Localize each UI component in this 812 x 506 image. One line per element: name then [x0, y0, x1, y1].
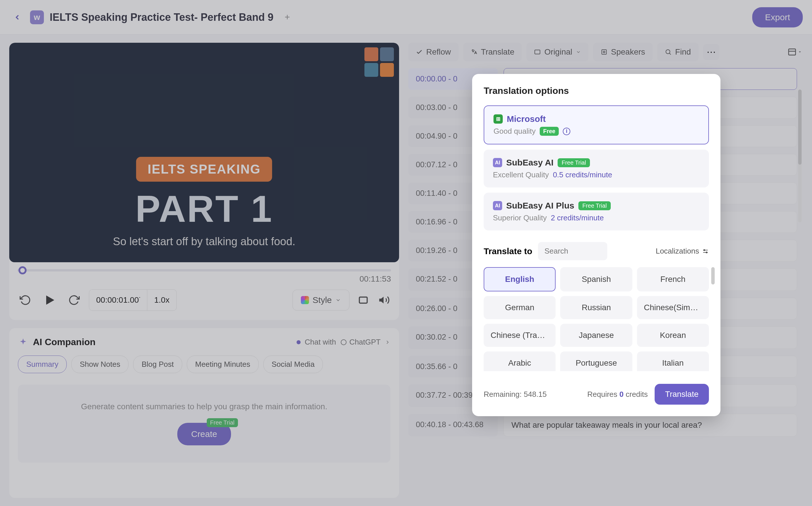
svg-point-14 — [704, 250, 705, 251]
svg-point-15 — [706, 252, 707, 253]
ai-companion-panel: AI Companion Chat with ChatGPT Summary S… — [9, 328, 399, 498]
speakers-button[interactable]: Speakers — [593, 43, 653, 61]
option-subeasy-ai-plus[interactable]: AI SubEasy AI Plus Free Trial Superior Q… — [484, 193, 709, 231]
rewind-button[interactable] — [17, 292, 33, 308]
ai-icon: AI — [493, 201, 502, 210]
ai-companion-title: AI Companion — [33, 337, 96, 347]
language-option[interactable]: Chinese(Simpli... — [637, 296, 709, 319]
create-label: Create — [191, 429, 217, 439]
language-option[interactable]: French — [637, 267, 709, 291]
chat-provider[interactable]: Chat with ChatGPT — [296, 338, 390, 347]
original-icon — [534, 49, 541, 56]
ai-icon: AI — [493, 158, 502, 167]
option-credits: 2 credits/minute — [551, 214, 604, 223]
translate-button[interactable]: Translate — [463, 43, 522, 61]
free-trial-badge: Free Trial — [558, 158, 590, 167]
info-icon[interactable]: i — [563, 128, 570, 135]
check-icon — [416, 49, 423, 56]
svg-rect-4 — [535, 50, 540, 54]
time-chip[interactable]: 00:40.18 - 00:43.68 — [408, 414, 498, 436]
microsoft-icon: ⊞ — [493, 114, 503, 123]
language-option[interactable]: Japanese — [560, 324, 632, 347]
reflow-button[interactable]: Reflow — [408, 43, 459, 61]
video-badge: IELTS SPEAKING — [136, 157, 272, 182]
add-tab-button[interactable]: + — [282, 12, 293, 23]
forward-button[interactable] — [66, 292, 82, 308]
progress-bar[interactable] — [17, 269, 391, 271]
language-option[interactable]: Chinese (Tradi... — [484, 324, 556, 347]
language-option[interactable]: English — [484, 267, 556, 291]
svg-marker-11 — [799, 52, 801, 53]
scrollbar-thumb[interactable] — [798, 90, 802, 165]
option-quality: Excellent Quality — [493, 170, 549, 179]
ai-tabs: Summary Show Notes Blog Post Meeting Min… — [18, 355, 390, 373]
create-button[interactable]: Create Free Trial — [177, 423, 231, 445]
time-input[interactable] — [89, 290, 147, 311]
translate-label: Translate — [481, 48, 515, 57]
tab-meeting-minutes[interactable]: Meeting Minutes — [187, 355, 259, 373]
language-option[interactable]: Portuguese — [560, 351, 632, 371]
style-button[interactable]: Style — [292, 290, 349, 311]
option-name: SubEasy AI Plus — [506, 201, 574, 210]
header-bar: w IELTS Speaking Practice Test- Perfect … — [0, 0, 812, 35]
localizations-button[interactable]: Localizations — [656, 247, 709, 256]
transcript-scrollbar[interactable] — [798, 90, 802, 223]
transcript-row[interactable]: 00:40.18 - 00:43.68What are popular take… — [408, 414, 797, 436]
language-option[interactable]: Spanish — [560, 267, 632, 291]
tab-show-notes[interactable]: Show Notes — [71, 355, 128, 373]
sparkle-icon — [18, 337, 28, 347]
chatgpt-icon — [340, 339, 347, 346]
requires-credits: Requires 0 credits — [588, 390, 648, 399]
language-option[interactable]: Italian — [637, 351, 709, 371]
back-button[interactable] — [9, 9, 25, 25]
speakers-label: Speakers — [611, 48, 645, 57]
document-title[interactable]: IELTS Speaking Practice Test- Perfect Ba… — [50, 11, 273, 23]
option-credits: 0.5 credits/minute — [553, 170, 612, 179]
localizations-label: Localizations — [656, 247, 699, 256]
original-button[interactable]: Original — [526, 43, 588, 61]
find-button[interactable]: Find — [657, 43, 698, 61]
app-logo: w — [30, 10, 44, 24]
volume-button[interactable] — [377, 293, 391, 307]
fullscreen-button[interactable] — [356, 293, 370, 307]
play-button[interactable] — [40, 291, 59, 309]
progress-thumb[interactable] — [18, 266, 26, 274]
option-quality: Good quality — [493, 127, 536, 136]
svg-point-7 — [666, 50, 670, 54]
svg-line-8 — [669, 53, 671, 55]
translate-icon — [471, 49, 478, 56]
option-microsoft[interactable]: ⊞ Microsoft Good quality Free i — [484, 105, 709, 145]
option-name: SubEasy AI — [506, 158, 554, 168]
corner-icon-2 — [380, 48, 394, 61]
option-subeasy-ai[interactable]: AI SubEasy AI Free Trial Excellent Quali… — [484, 150, 709, 187]
language-search-input[interactable] — [538, 242, 607, 260]
ai-body: Generate content summaries to help you g… — [18, 385, 390, 463]
video-frame[interactable]: IELTS SPEAKING PART 1 So let's start off… — [9, 43, 399, 262]
language-option[interactable]: Korean — [637, 324, 709, 347]
speakers-icon — [601, 49, 608, 56]
svg-rect-9 — [789, 49, 796, 55]
more-button[interactable]: ⋯ — [703, 44, 719, 60]
language-grid: EnglishSpanishFrenchGermanRussianChinese… — [484, 267, 709, 371]
tab-summary[interactable]: Summary — [18, 355, 67, 373]
free-trial-badge: Free Trial — [207, 418, 238, 427]
text-chip[interactable]: What are popular takeaway meals in your … — [504, 414, 797, 436]
language-option[interactable]: German — [484, 296, 556, 319]
corner-icon-4 — [380, 63, 394, 77]
tab-blog-post[interactable]: Blog Post — [133, 355, 182, 373]
sliders-icon — [702, 248, 709, 255]
do-translate-button[interactable]: Translate — [655, 384, 709, 405]
speed-selector[interactable]: 1.0x — [147, 290, 176, 311]
svg-marker-2 — [379, 297, 383, 303]
language-option[interactable]: Russian — [560, 296, 632, 319]
view-toggle-button[interactable] — [787, 44, 803, 60]
remaining-credits: Remaining: 548.15 — [484, 390, 547, 399]
tab-social-media[interactable]: Social Media — [263, 355, 323, 373]
corner-icons — [364, 48, 394, 77]
export-button[interactable]: Export — [752, 7, 803, 27]
original-label: Original — [544, 48, 572, 57]
video-controls: 00:11:53 1.0x — [9, 262, 399, 320]
option-name: Microsoft — [507, 114, 546, 124]
language-option[interactable]: Arabic — [484, 351, 556, 371]
language-scrollbar[interactable] — [711, 267, 715, 284]
